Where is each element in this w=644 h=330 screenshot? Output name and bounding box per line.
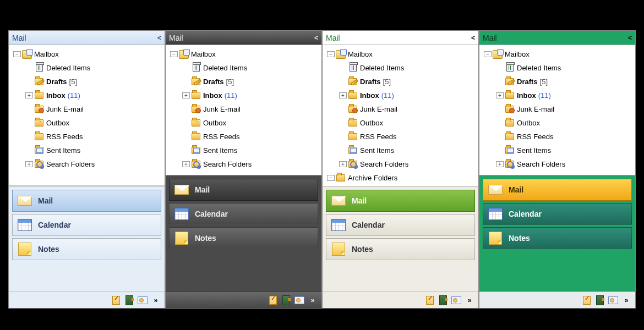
tree-item-drafts[interactable]: Drafts[5]	[10, 75, 163, 89]
panel-header[interactable]: Mail <	[166, 31, 321, 45]
tree-item-deleted[interactable]: Deleted Items	[10, 61, 163, 75]
tree-item-label: Deleted Items	[360, 64, 404, 72]
tree-item-search[interactable]: +Search Folders	[167, 157, 320, 171]
tree-item-sent[interactable]: Sent Items	[10, 144, 163, 157]
tree-item-outbox[interactable]: Outbox	[10, 116, 163, 130]
address-book-icon[interactable]	[281, 295, 292, 306]
nav-mail[interactable]: Mail	[169, 179, 318, 201]
panel-title: Mail	[483, 34, 497, 42]
nav-calendar[interactable]: Calendar	[12, 214, 161, 236]
tree-item-rss[interactable]: RSS Feeds	[324, 130, 477, 144]
tree-item-inbox[interactable]: +Inbox(11)	[481, 89, 634, 102]
expand-toggle-icon[interactable]: +	[182, 92, 190, 98]
nav-mail[interactable]: Mail	[483, 179, 632, 201]
tree-item-inbox[interactable]: +Inbox(11)	[167, 89, 320, 102]
contact-card-icon[interactable]	[451, 295, 462, 306]
expand-toggle-icon[interactable]: +	[25, 92, 33, 98]
clipboard-check-icon[interactable]	[268, 295, 279, 306]
clipboard-check-icon[interactable]	[111, 295, 122, 306]
nav-mail[interactable]: Mail	[326, 190, 475, 212]
contact-card-icon[interactable]	[294, 295, 305, 306]
tree-item-sent[interactable]: Sent Items	[167, 144, 320, 157]
tree-item-rss[interactable]: RSS Feeds	[167, 130, 320, 144]
tree-root[interactable]: −Mailbox	[481, 47, 634, 61]
expand-toggle-icon[interactable]: +	[339, 161, 347, 167]
tree-item-drafts[interactable]: Drafts[5]	[481, 75, 634, 89]
tree-item-label: Sent Items	[517, 146, 551, 155]
tree-item-search[interactable]: +Search Folders	[10, 157, 163, 171]
tree-item-label: Search Folders	[46, 160, 95, 168]
nav-notes[interactable]: Notes	[169, 227, 318, 249]
collapse-chevron-icon[interactable]: <	[157, 34, 161, 42]
collapse-toggle-icon[interactable]: −	[484, 51, 492, 57]
tree-item-rss[interactable]: RSS Feeds	[10, 130, 163, 144]
panel-header[interactable]: Mail <	[323, 31, 478, 45]
collapse-chevron-icon[interactable]: <	[314, 34, 318, 42]
tree-item-sent[interactable]: Sent Items	[481, 144, 634, 157]
nav-calendar[interactable]: Calendar	[169, 203, 318, 225]
panel-header[interactable]: Mail <	[479, 31, 635, 45]
tree-item-archive[interactable]: −Archive Folders	[324, 171, 477, 185]
collapse-toggle-icon[interactable]: −	[327, 51, 335, 57]
panel-header[interactable]: Mail <	[9, 31, 165, 45]
expand-toggle-icon[interactable]: +	[496, 161, 504, 167]
trash-icon	[191, 63, 201, 73]
tree-item-drafts[interactable]: Drafts[5]	[167, 75, 320, 89]
expand-toggle-icon[interactable]: +	[339, 92, 347, 98]
tree-item-label: Sent Items	[360, 146, 394, 155]
expand-toggle-icon[interactable]: +	[25, 161, 33, 167]
nav-notes[interactable]: Notes	[483, 227, 632, 249]
nav-label: Mail	[509, 185, 523, 194]
more-icon[interactable]: »	[307, 295, 318, 306]
tree-item-junk[interactable]: Junk E-mail	[324, 102, 477, 116]
tree-item-junk[interactable]: Junk E-mail	[481, 102, 634, 116]
nav-calendar[interactable]: Calendar	[326, 214, 475, 236]
address-book-icon[interactable]	[124, 295, 135, 306]
tree-item-deleted[interactable]: Deleted Items	[324, 61, 477, 75]
tree-item-sent[interactable]: Sent Items	[324, 144, 477, 157]
panel-green: Mail < −Mailbox Deleted Items Drafts[5] …	[322, 30, 479, 309]
tree-item-junk[interactable]: Junk E-mail	[10, 102, 163, 116]
tree-item-drafts[interactable]: Drafts[5]	[324, 75, 477, 89]
tree-item-outbox[interactable]: Outbox	[167, 116, 320, 130]
tree-item-junk[interactable]: Junk E-mail	[167, 102, 320, 116]
expand-toggle-icon[interactable]: +	[182, 161, 190, 167]
collapse-toggle-icon[interactable]: −	[13, 51, 21, 57]
collapse-toggle-icon[interactable]: −	[327, 175, 335, 181]
tree-item-inbox[interactable]: +Inbox(11)	[324, 89, 477, 102]
contact-card-icon[interactable]	[137, 295, 148, 306]
tree-item-search[interactable]: +Search Folders	[324, 157, 477, 171]
drafts-icon	[191, 77, 201, 87]
tree-item-search[interactable]: +Search Folders	[481, 157, 634, 171]
nav-label: Calendar	[509, 210, 542, 218]
nav-section: Mail Calendar Notes	[9, 186, 165, 292]
nav-notes[interactable]: Notes	[12, 238, 161, 260]
address-book-icon[interactable]	[438, 295, 449, 306]
clipboard-check-icon[interactable]	[581, 295, 592, 306]
clipboard-check-icon[interactable]	[424, 295, 435, 306]
tree-root[interactable]: −Mailbox	[324, 47, 477, 61]
tree-item-deleted[interactable]: Deleted Items	[167, 61, 320, 75]
tree-item-rss[interactable]: RSS Feeds	[481, 130, 634, 144]
address-book-icon[interactable]	[594, 295, 605, 306]
tree-item-outbox[interactable]: Outbox	[324, 116, 477, 130]
nav-notes[interactable]: Notes	[326, 238, 475, 260]
more-icon[interactable]: »	[150, 295, 161, 306]
more-icon[interactable]: »	[621, 295, 632, 306]
collapse-chevron-icon[interactable]: <	[471, 34, 475, 42]
tree-item-inbox[interactable]: +Inbox(11)	[10, 89, 163, 102]
tree-root[interactable]: − Mailbox	[10, 47, 163, 61]
tree-item-deleted[interactable]: Deleted Items	[481, 61, 634, 75]
contact-card-icon[interactable]	[608, 295, 619, 306]
nav-calendar[interactable]: Calendar	[483, 203, 632, 225]
more-icon[interactable]: »	[464, 295, 475, 306]
tree-item-label: RSS Feeds	[517, 133, 553, 141]
nav-mail[interactable]: Mail	[12, 190, 161, 212]
tree-item-label: RSS Feeds	[203, 133, 239, 141]
nav-label: Calendar	[195, 210, 228, 218]
tree-item-outbox[interactable]: Outbox	[481, 116, 634, 130]
collapse-chevron-icon[interactable]: <	[628, 34, 632, 42]
tree-root[interactable]: −Mailbox	[167, 47, 320, 61]
expand-toggle-icon[interactable]: +	[496, 92, 504, 98]
collapse-toggle-icon[interactable]: −	[170, 51, 178, 57]
